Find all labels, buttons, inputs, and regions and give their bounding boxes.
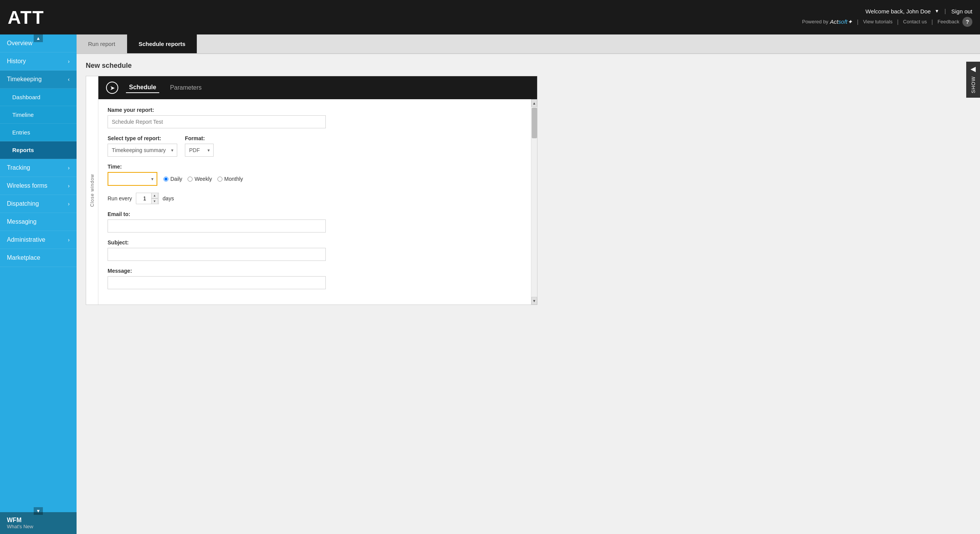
whats-new-text[interactable]: What's New	[7, 524, 70, 529]
email-input[interactable]	[108, 219, 326, 233]
sidebar-item-label: Entries	[12, 129, 30, 136]
time-row: 12:00 AM 1:00 AM 6:00 AM 8:00 AM 12:00 P…	[108, 172, 522, 186]
schedule-container: Close window ➤ Schedule Parameters	[86, 76, 537, 305]
form-group-format: Format: PDF Excel CSV	[185, 135, 214, 157]
chevron-down-icon: ‹	[68, 76, 70, 82]
scroll-down-arrow[interactable]: ▼	[531, 297, 537, 305]
sidebar-item-tracking[interactable]: Tracking ›	[0, 159, 77, 177]
radio-monthly[interactable]: Monthly	[217, 176, 243, 182]
sidebar-bottom: WFM What's New	[0, 512, 77, 534]
form-row-email: Email to:	[108, 211, 522, 233]
sidebar-item-reports[interactable]: Reports	[0, 141, 77, 159]
sidebar-item-dispatching[interactable]: Dispatching ›	[0, 195, 77, 213]
sidebar-item-timeline[interactable]: Timeline	[0, 106, 77, 124]
tab-run-report[interactable]: Run report	[77, 34, 127, 53]
radio-daily-label: Daily	[170, 176, 182, 182]
chevron-right-icon: ›	[68, 183, 70, 189]
show-panel[interactable]: ◀ SHOW	[966, 62, 980, 98]
sidebar-item-label: Timekeeping	[7, 76, 42, 83]
scrollbar-thumb[interactable]	[532, 108, 537, 138]
header-bottom-row: Powered by Actsoft✦ | View tutorials | C…	[802, 17, 972, 27]
spinner-up-button[interactable]: ▲	[151, 193, 158, 198]
radio-monthly-label: Monthly	[224, 176, 243, 182]
email-label: Email to:	[108, 211, 522, 217]
form-row-name: Name your report:	[108, 107, 522, 128]
schedule-tab-parameters[interactable]: Parameters	[167, 83, 205, 93]
sidebar-item-dashboard[interactable]: Dashboard	[0, 88, 77, 106]
type-select[interactable]: Timekeeping summary Timekeeping detail A…	[108, 144, 177, 157]
radio-daily-input[interactable]	[163, 177, 168, 182]
chevron-right-icon: ›	[68, 165, 70, 171]
main-layout: ▲ Overview History › Timekeeping ‹ Dashb…	[0, 34, 980, 534]
sidebar-item-history[interactable]: History ›	[0, 52, 77, 70]
message-label: Message:	[108, 268, 522, 274]
show-panel-arrow: ◀	[970, 65, 976, 73]
contact-us-link[interactable]: Contact us	[903, 19, 927, 25]
content-area: Run report Schedule reports New schedule…	[77, 34, 980, 534]
help-button[interactable]: ?	[962, 17, 972, 27]
sidebar-item-messaging[interactable]: Messaging	[0, 213, 77, 231]
radio-weekly-input[interactable]	[188, 177, 193, 182]
scroll-track	[531, 107, 537, 297]
view-tutorials-link[interactable]: View tutorials	[863, 19, 892, 25]
sign-out-link[interactable]: Sign out	[951, 8, 972, 15]
schedule-header: ➤ Schedule Parameters	[98, 76, 537, 99]
tab-schedule-reports[interactable]: Schedule reports	[127, 34, 198, 53]
tab-bar: Run report Schedule reports	[77, 34, 980, 54]
sidebar-scroll-up[interactable]: ▲	[34, 34, 43, 42]
page-content: New schedule ◀ SHOW Close window ➤ Sched…	[77, 54, 980, 534]
schedule-nav-icon[interactable]: ➤	[106, 82, 118, 94]
spinner-down-button[interactable]: ▼	[151, 198, 158, 204]
type-select-wrapper: Timekeeping summary Timekeeping detail A…	[108, 144, 177, 157]
close-window-label: Close window	[90, 174, 95, 207]
time-label: Time:	[108, 164, 522, 170]
name-input[interactable]	[108, 115, 326, 128]
chevron-right-icon: ›	[68, 201, 70, 207]
format-label: Format:	[185, 135, 214, 141]
welcome-text: Welcome back, John Doe	[866, 8, 931, 15]
sidebar-scroll-down[interactable]: ▼	[34, 507, 43, 515]
subject-label: Subject:	[108, 239, 522, 246]
form-row-type-format: Select type of report: Timekeeping summa…	[108, 135, 522, 157]
sidebar-item-label: Marketplace	[7, 254, 40, 261]
sidebar-item-entries[interactable]: Entries	[0, 124, 77, 141]
wfm-title: WFM	[7, 517, 70, 524]
radio-weekly[interactable]: Weekly	[188, 176, 212, 182]
show-panel-label: SHOW	[970, 75, 976, 95]
sidebar-item-label: Timeline	[12, 111, 34, 118]
sidebar-item-timekeeping[interactable]: Timekeeping ‹	[0, 70, 77, 88]
run-every-label: Run every	[108, 195, 132, 201]
format-select[interactable]: PDF Excel CSV	[185, 144, 214, 157]
radio-monthly-input[interactable]	[217, 177, 222, 182]
run-every-row: Run every ▲ ▼ days	[108, 193, 522, 204]
sidebar-item-label: Overview	[7, 40, 33, 47]
time-select[interactable]: 12:00 AM 1:00 AM 6:00 AM 8:00 AM 12:00 P…	[108, 172, 157, 186]
sidebar-item-marketplace[interactable]: Marketplace	[0, 249, 77, 267]
sidebar-item-label: Messaging	[7, 218, 36, 225]
feedback-link[interactable]: Feedback	[938, 19, 959, 25]
header-right: Welcome back, John Doe ▼ | Sign out Powe…	[802, 8, 972, 27]
message-input[interactable]	[108, 276, 326, 289]
page-title: New schedule	[86, 62, 971, 70]
schedule-inner: ➤ Schedule Parameters Name your report:	[98, 76, 537, 305]
run-every-unit: days	[163, 195, 174, 201]
sidebar-item-label: Dispatching	[7, 200, 39, 207]
sidebar-item-label: Tracking	[7, 164, 30, 171]
radio-daily[interactable]: Daily	[163, 176, 182, 182]
scroll-up-arrow[interactable]: ▲	[531, 99, 537, 107]
close-window-strip[interactable]: Close window	[86, 76, 98, 305]
actsoft-logo: Actsoft✦	[830, 18, 853, 25]
form-row-time: Time: 12:00 AM 1:00 AM 6:00 AM	[108, 164, 522, 186]
subject-input[interactable]	[108, 248, 326, 261]
form-body: Name your report: Select type of report:	[98, 99, 531, 305]
sidebar-item-label: Reports	[12, 147, 34, 153]
format-select-wrapper: PDF Excel CSV	[185, 144, 214, 157]
sidebar-item-wireless-forms[interactable]: Wireless forms ›	[0, 177, 77, 195]
top-header: ATT Welcome back, John Doe ▼ | Sign out …	[0, 0, 980, 34]
sidebar-item-administrative[interactable]: Administrative ›	[0, 231, 77, 249]
form-row-subject: Subject:	[108, 239, 522, 261]
schedule-tab-schedule[interactable]: Schedule	[126, 82, 159, 93]
user-dropdown-icon[interactable]: ▼	[934, 8, 939, 14]
type-label: Select type of report:	[108, 135, 177, 141]
header-top-row: Welcome back, John Doe ▼ | Sign out	[866, 8, 972, 15]
